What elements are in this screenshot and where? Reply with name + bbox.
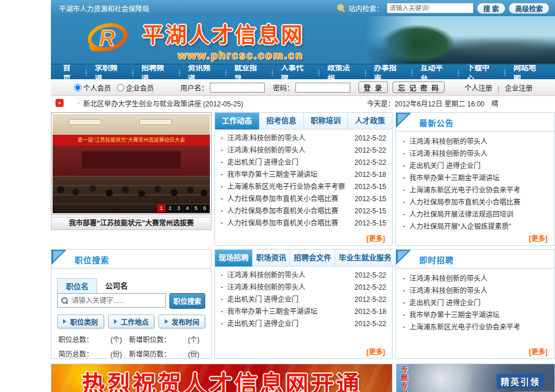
- tab-work-dynamics[interactable]: 工作动态: [215, 113, 260, 130]
- celebration-banner-text: 热烈祝贺人才信息网开通: [82, 365, 362, 392]
- bureau-name: 平湖市人力资源和社会保障局: [59, 3, 149, 13]
- photo-caption[interactable]: 我市部署“江苏技能状元”大赛常州选拔赛: [51, 217, 212, 230]
- photo-pagination: 1 2 3 4 5 6: [157, 205, 209, 212]
- tab-title-training[interactable]: 职称培训: [304, 113, 349, 130]
- top-bar: 平湖市人力资源和社会保障局 站内检索： 搜 索 高级检索: [51, 0, 555, 16]
- job-filters: 职位类别 工作地点 发布时间: [57, 315, 205, 328]
- forgot-password-button[interactable]: 忘 记 密 码: [393, 82, 445, 93]
- filter-work-location[interactable]: 工作地点: [108, 315, 155, 328]
- tab-career-news[interactable]: 职场资讯: [253, 250, 290, 267]
- filter-publish-time[interactable]: 发布时间: [158, 315, 205, 328]
- header-waterfront-image: [364, 16, 555, 64]
- tab-onsite-recruit[interactable]: 现场招聘: [215, 250, 253, 267]
- content-row-2: 职位搜索 职位名 公司名 职位搜索 职位类别 工作地点 发布时间: [51, 249, 555, 359]
- job-search-panel: 职位搜索 职位名 公司名 职位搜索 职位类别 工作地点 发布时间: [51, 249, 212, 359]
- elite-banner-photo: 精英引领 1 2 3 4 5: [409, 364, 554, 392]
- content-row-1: 第一届“江苏技能状元”大赛常州选拔赛动员大会 1 2 3 4 5 6 我市部署“…: [51, 112, 555, 246]
- arrow-right-icon: [165, 319, 168, 324]
- photo-page-6[interactable]: 6: [201, 205, 209, 212]
- list-item: 人力社保局参加市直机关小合唱比赛: [403, 197, 549, 209]
- photo-page-3[interactable]: 3: [175, 205, 183, 212]
- page: 平湖市人力资源和社会保障局 站内检索： 搜 索 高级检索 R: [51, 0, 555, 392]
- search-icon: [337, 4, 345, 12]
- work-news-box: 工作动态 招考信息 职称培训 人才政策 汪鸿涛:科技创新的带头人2012-5-2…: [214, 112, 393, 246]
- job-search-tabs: 职位名 公司名: [57, 278, 205, 293]
- filter-job-category[interactable]: 职位类别: [57, 315, 104, 328]
- password-label: 密码：: [273, 83, 294, 93]
- banner-row: 热烈祝贺人才信息网开通 专题专栏 精英引领 1 2 3 4 5: [51, 364, 555, 392]
- work-news-list: 汪鸿涛:科技创新的带头人2012-5-22 汪鸿涛:科技创新的带头人2012-5…: [215, 130, 392, 233]
- photo-news-panel: 第一届“江苏技能状元”大赛常州选拔赛动员大会 1 2 3 4 5 6 我市部署“…: [51, 112, 212, 246]
- list-item: 走出机关门 进得企业门: [403, 297, 549, 309]
- main-nav: 首页| 求职频道| 招聘频道| 资讯频道| 就业指导| 人事代理| 政策法规| …: [51, 65, 555, 79]
- company-register-link[interactable]: 企业注册: [505, 84, 532, 93]
- special-column-banner[interactable]: 专题专栏 精英引领 1 2 3 4 5: [396, 364, 555, 392]
- username-field[interactable]: [210, 83, 265, 93]
- personal-member-radio[interactable]: 个人会员: [74, 83, 111, 93]
- instant-recruit-more-link[interactable]: [更多]: [529, 348, 547, 356]
- list-item: 汪鸿涛:科技创新的带头人2012-5-22: [221, 132, 386, 145]
- photo-page-1[interactable]: 1: [157, 205, 165, 212]
- tab-exam-info[interactable]: 招考信息: [260, 113, 304, 130]
- latest-notice-more-link[interactable]: [更多]: [529, 235, 547, 243]
- list-item: 汪鸿涛:科技创新的带头人2012-5-22: [221, 269, 386, 282]
- arrow-right-icon: [63, 319, 66, 324]
- photo-page-5[interactable]: 5: [192, 205, 200, 212]
- conference-photo[interactable]: 第一届“江苏技能状元”大赛常州选拔赛动员大会 1 2 3 4 5 6: [53, 114, 210, 213]
- list-item: 汪鸿涛:科技创新的带头人: [403, 136, 549, 148]
- password-field[interactable]: [295, 83, 350, 93]
- list-item: 走出机关门 进得企业门: [403, 160, 549, 172]
- stat-label: 新增职位数：: [129, 334, 178, 344]
- list-item: 我市举办第十三期金平湖讲坛: [403, 309, 549, 321]
- site-search-label: 站内检索：: [349, 3, 383, 13]
- site-search-button[interactable]: 搜 索: [477, 3, 505, 14]
- tab-jobfair-files[interactable]: 招聘会文件: [290, 250, 335, 267]
- photo-banner-text: 第一届“江苏技能状元”大赛常州选拔赛动员大会: [53, 135, 210, 146]
- username-label: 用户名：: [180, 83, 208, 93]
- site-search-input[interactable]: [387, 3, 473, 13]
- news-ticker: » · 新北区举办大学生创业与就业政策讲座 (2012-05-25) 今天是：2…: [51, 96, 555, 110]
- site-logo-icon[interactable]: R: [81, 21, 134, 59]
- photo-page-4[interactable]: 4: [183, 205, 191, 212]
- panel-corner-icon: [396, 113, 411, 128]
- stat-unit: (份): [103, 349, 127, 358]
- panel-corner-icon: [396, 250, 411, 265]
- keyword-input-wrap: [57, 293, 166, 308]
- list-item: 上海浦东新区光电子行业协会来平考: [403, 321, 549, 334]
- instant-recruit-title: 即时招聘: [419, 254, 454, 265]
- announcement-icon: »: [56, 99, 64, 107]
- list-item: 汪鸿涛:科技创新的带头人2012-5-22: [221, 282, 386, 294]
- keyword-search-icon: [61, 297, 68, 304]
- list-item: 走出机关门 进得企业门2012-5-22: [221, 157, 386, 169]
- job-search-button[interactable]: 职位搜索: [169, 293, 205, 309]
- stat-unit: (个): [180, 334, 204, 344]
- personal-register-link[interactable]: 个人注册: [464, 84, 492, 93]
- stat-label: 新增简历数：: [129, 349, 178, 358]
- tab-position-name[interactable]: 职位名: [57, 278, 97, 293]
- tab-company-name[interactable]: 公司名: [97, 278, 136, 293]
- company-member-radio[interactable]: 企业会员: [117, 83, 154, 93]
- list-item: 汪鸿涛:科技创新的带头人: [403, 148, 549, 160]
- list-item: 人力社保局参加市直机关小合唱比赛2012-5-15: [221, 205, 386, 217]
- latest-notice-panel: 最新公告 汪鸿涛:科技创新的带头人 汪鸿涛:科技创新的带头人 走出机关门 进得企…: [395, 112, 555, 246]
- work-news-more-link[interactable]: [更多]: [367, 235, 385, 243]
- latest-notice-title: 最新公告: [419, 117, 454, 128]
- arrow-right-icon: [114, 319, 117, 324]
- list-item: 我市举办第十三期金平湖讲坛2012-5-18: [221, 306, 386, 318]
- list-item: 人力社保局开展“入企锻炼提素质”: [403, 221, 549, 233]
- celebration-banner[interactable]: 热烈祝贺人才信息网开通: [51, 364, 393, 392]
- ticker-headline[interactable]: 新北区举办大学生创业与就业政策讲座 (2012-05-25): [83, 98, 243, 108]
- stat-label: 简历总数：: [58, 349, 101, 358]
- site-url: www.phrcsc.com.cn: [142, 49, 304, 62]
- photo-page-2[interactable]: 2: [166, 205, 174, 212]
- list-item: 我市举办第十三期金平湖讲坛2012-5-18: [221, 169, 386, 181]
- list-item: 上海浦东新区光电子行业协会来平考: [403, 184, 549, 197]
- tab-graduate-services[interactable]: 毕业生就业服务: [335, 250, 395, 267]
- recruit-news-more-link[interactable]: [更多]: [367, 348, 385, 356]
- login-button[interactable]: 登 录: [358, 82, 388, 93]
- tab-talent-policy[interactable]: 人才政策: [348, 113, 392, 130]
- svg-text:R: R: [99, 25, 115, 50]
- advanced-search-button[interactable]: 高级检索: [509, 3, 549, 14]
- list-item: 走出机关门 进得企业门2012-5-22: [221, 294, 386, 306]
- keyword-input[interactable]: [72, 297, 162, 305]
